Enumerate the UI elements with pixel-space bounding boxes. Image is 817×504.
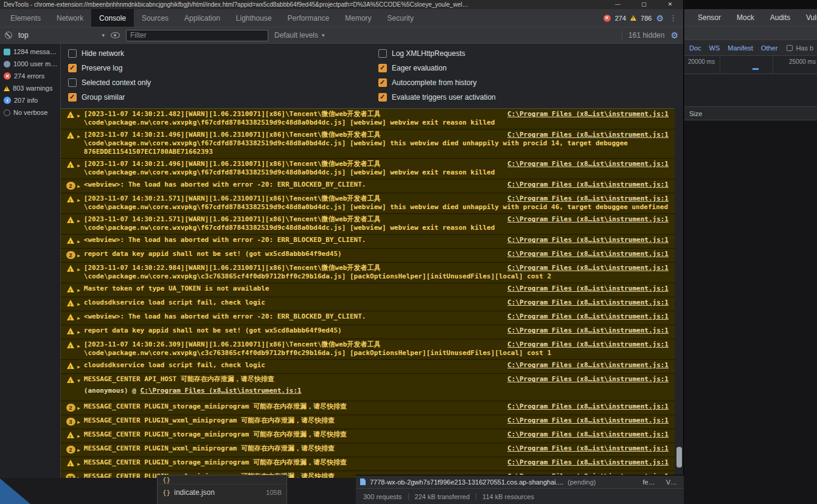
stack-source-link[interactable]: C:\Program Files (x8…ist\instrument.js:1 (141, 387, 302, 395)
context-selector[interactable]: top ▾ (18, 31, 105, 40)
tab-performance[interactable]: Performance (280, 9, 338, 27)
console-message[interactable]: ▶cloudsdkservice load script fail, check… (61, 297, 675, 311)
source-link[interactable]: C:\Program Files (x8…ist\instrument.js:1 (507, 375, 669, 384)
source-link[interactable]: C:\Program Files (x8…ist\instrument.js:1 (507, 264, 669, 272)
maximize-button[interactable]: ▢ (631, 0, 657, 9)
sidebar-filter-item[interactable]: 207 info (0, 94, 60, 106)
console-message[interactable]: ▶[2023-11-07 14:30:21.571][WARN][1.06.23… (61, 193, 675, 214)
eye-icon[interactable] (111, 32, 120, 38)
tab-application[interactable]: Application (176, 9, 228, 27)
devtools-settings-gear-icon[interactable]: ⚙ (656, 14, 664, 22)
sidebar-filter-item[interactable]: 1000 user m… (0, 58, 60, 70)
console-scrollbar[interactable] (675, 105, 683, 504)
expand-caret-icon[interactable]: ▶ (77, 404, 80, 413)
tab-audits[interactable]: Audits (770, 13, 790, 22)
source-link[interactable]: C:\Program Files (x8…ist\instrument.js:1 (507, 131, 669, 139)
has-blocked-filter[interactable]: Has b (787, 44, 813, 52)
source-link[interactable]: C:\Program Files (x8…ist\instrument.js:1 (507, 250, 669, 258)
source-link[interactable]: C:\Program Files (x8…ist\instrument.js:1 (507, 444, 669, 453)
expand-caret-icon[interactable]: ▶ (77, 252, 80, 260)
scrollbar-thumb[interactable] (676, 447, 682, 468)
filter-other[interactable]: Other (761, 44, 778, 52)
error-count[interactable]: 274 (615, 15, 626, 22)
sidebar-filter-item[interactable]: 1284 messa… (0, 46, 60, 58)
source-link[interactable]: C:\Program Files (x8…ist\instrument.js:1 (507, 285, 669, 293)
source-link[interactable]: C:\Program Files (x8…ist\instrument.js:1 (507, 430, 669, 439)
filter-manifest[interactable]: Manifest (728, 44, 753, 52)
expand-caret-icon[interactable]: ▶ (77, 112, 80, 120)
expand-caret-icon[interactable]: ▶ (77, 418, 80, 427)
console-message[interactable]: 3▶MESSAGE_CENTER PLUGIN_wxml_miniprogram… (61, 415, 675, 429)
tab-lighthouse[interactable]: Lighthouse (228, 9, 280, 27)
tab-mock[interactable]: Mock (737, 13, 754, 22)
console-message[interactable]: ▶[2023-11-07 14:30:22.984][WARN][1.06.23… (61, 263, 675, 283)
console-message[interactable]: ▶[2023-11-07 14:30:26.309][WARN][1.06.23… (61, 339, 675, 360)
source-link[interactable]: C:\Program Files (x8…ist\instrument.js:1 (507, 299, 669, 307)
console-message[interactable]: ▶cloudsdkservice load script fail, check… (61, 360, 675, 374)
expand-caret-icon[interactable]: ▶ (77, 432, 80, 441)
console-message[interactable]: ▼MESSAGE_CENTER API_HOST 可能存在内存泄漏，请尽快排查(… (61, 374, 675, 401)
setting-evaluate-triggers-user-activation[interactable]: Evaluate triggers user activation (378, 93, 496, 102)
expand-caret-icon[interactable]: ▶ (77, 363, 80, 371)
expand-caret-icon[interactable]: ▶ (77, 133, 80, 141)
console-message[interactable]: ▶Master token of type UA_TOKEN is not av… (61, 283, 675, 297)
setting-group-similar[interactable]: Group similar (68, 93, 378, 102)
console-message[interactable]: ▶[2023-11-07 14:30:21.571][WARN][1.06.23… (61, 214, 675, 235)
tab-memory[interactable]: Memory (337, 9, 379, 27)
setting-log-xmlhttprequests[interactable]: Log XMLHttpRequests (378, 49, 496, 58)
sidebar-filter-item[interactable]: No verbose (0, 106, 60, 119)
expand-caret-icon[interactable]: ▶ (77, 446, 80, 455)
file-row[interactable]: {} indicate.json 105B (158, 485, 287, 500)
console-message[interactable]: ▶<webview>: The load has aborted with er… (61, 311, 675, 325)
sidebar-filter-item[interactable]: 803 warnings (0, 82, 60, 94)
console-message[interactable]: ▶[2023-11-07 14:30:21.496][WARN][1.06.23… (61, 129, 675, 159)
source-link[interactable]: C:\Program Files (x8…ist\instrument.js:1 (507, 340, 669, 349)
expand-caret-icon[interactable]: ▶ (77, 196, 80, 205)
tab-elements[interactable]: Elements (2, 9, 49, 27)
expand-caret-icon[interactable]: ▶ (77, 286, 80, 295)
tab-vulne[interactable]: Vulne (806, 13, 817, 22)
clear-console-icon[interactable] (5, 32, 12, 39)
console-message[interactable]: ▶[2023-11-07 14:30:21.482][WARN][1.06.23… (61, 109, 675, 129)
filter-input[interactable] (126, 30, 268, 41)
close-button[interactable]: ✕ (657, 0, 683, 9)
setting-autocomplete-from-history[interactable]: Autocomplete from history (378, 78, 496, 87)
tab-security[interactable]: Security (380, 9, 422, 27)
minimize-button[interactable]: — (605, 0, 631, 9)
expand-caret-icon[interactable]: ▶ (77, 460, 80, 469)
setting-eager-evaluation[interactable]: Eager evaluation (378, 64, 496, 72)
tab-console[interactable]: Console (91, 9, 134, 27)
file-row[interactable]: {} (158, 475, 287, 485)
expand-caret-icon[interactable]: ▶ (77, 182, 80, 191)
filter-ws[interactable]: WS (709, 44, 720, 52)
console-message[interactable]: ▶[2023-11-07 14:30:21.496][WARN][1.06.23… (61, 159, 675, 179)
source-link[interactable]: C:\Program Files (x8…ist\instrument.js:1 (507, 361, 669, 370)
console-message[interactable]: 2▶MESSAGE_CENTER PLUGIN_wxml_miniprogram… (61, 443, 675, 457)
setting-selected-context-only[interactable]: Selected context only (68, 78, 378, 87)
source-link[interactable]: C:\Program Files (x8…ist\instrument.js:1 (507, 215, 669, 224)
source-link[interactable]: C:\Program Files (x8…ist\instrument.js:1 (507, 160, 669, 168)
source-link[interactable]: C:\Program Files (x8…ist\instrument.js:1 (507, 181, 669, 189)
expand-caret-icon[interactable]: ▶ (77, 238, 80, 246)
warning-count[interactable]: 786 (641, 15, 652, 22)
more-menu-icon[interactable]: ⋮ (668, 13, 678, 22)
sidebar-filter-item[interactable]: 274 errors (0, 70, 60, 82)
expand-caret-icon[interactable]: ▼ (77, 377, 80, 385)
console-settings-gear-icon[interactable]: ⚙ (670, 31, 678, 40)
setting-preserve-log[interactable]: Preserve log (68, 64, 378, 72)
expand-caret-icon[interactable]: ▶ (77, 217, 80, 226)
size-column-header[interactable]: Size (684, 107, 817, 120)
expand-caret-icon[interactable]: ▶ (77, 342, 80, 351)
source-link[interactable]: C:\Program Files (x8…ist\instrument.js:1 (507, 312, 669, 321)
console-message[interactable]: 2▶MESSAGE_CENTER PLUGIN_storage_miniprog… (61, 401, 675, 415)
tab-network[interactable]: Network (49, 9, 91, 27)
source-link[interactable]: C:\Program Files (x8…ist\instrument.js:1 (507, 458, 669, 467)
source-link[interactable]: C:\Program Files (x8…ist\instrument.js:1 (507, 402, 669, 411)
console-message[interactable]: ▶MESSAGE_CENTER PLUGIN_storage_miniprogr… (61, 429, 675, 443)
expand-caret-icon[interactable]: ▶ (77, 314, 80, 323)
console-message[interactable]: ▶MESSAGE_CENTER PLUGIN_storage_miniprogr… (61, 457, 675, 471)
network-request-row[interactable]: 7778-wx-ob-2gwh7s71f996e213-1316270551.c… (356, 475, 684, 489)
console-message[interactable]: ▶report data key appid shall not be set!… (61, 325, 675, 339)
source-link[interactable]: C:\Program Files (x8…ist\instrument.js:1 (507, 236, 669, 244)
source-link[interactable]: C:\Program Files (x8…ist\instrument.js:1 (507, 326, 669, 335)
